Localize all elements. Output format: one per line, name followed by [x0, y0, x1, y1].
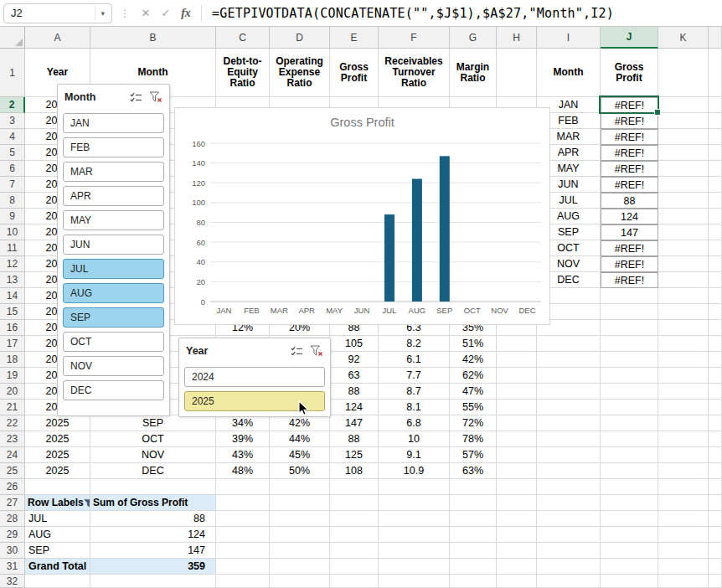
row-header-12[interactable]: 12: [0, 256, 25, 272]
cell-J15[interactable]: [601, 304, 658, 320]
cell-J4[interactable]: #REF!: [601, 129, 658, 145]
cell-K22[interactable]: [658, 415, 709, 431]
cell-I19[interactable]: [537, 368, 601, 384]
cell-E17[interactable]: 105: [330, 336, 379, 352]
cell-K9[interactable]: [658, 209, 709, 224]
cell-L32[interactable]: [709, 575, 722, 588]
cell-K12[interactable]: [658, 256, 709, 272]
cell-K4[interactable]: [658, 129, 709, 145]
cell-J23[interactable]: [601, 431, 658, 447]
cell-K11[interactable]: [658, 240, 709, 256]
cell-L15[interactable]: [709, 304, 722, 320]
cell-I20[interactable]: [537, 384, 601, 400]
cell-J10[interactable]: 147: [601, 224, 658, 240]
cell-E24[interactable]: 125: [330, 447, 379, 463]
cell-F20[interactable]: 8.7: [379, 384, 450, 400]
cell-L7[interactable]: [709, 177, 722, 193]
column-header-D[interactable]: D: [270, 27, 330, 49]
cell-C28[interactable]: [216, 511, 270, 527]
cell-J9[interactable]: 124: [601, 209, 658, 224]
cell-H30[interactable]: [497, 543, 537, 559]
cell-C29[interactable]: [216, 527, 270, 543]
cell-K24[interactable]: [658, 447, 709, 463]
column-header-C[interactable]: C: [216, 27, 270, 49]
name-box-dropdown-icon[interactable]: ▾: [95, 7, 105, 20]
column-header-F[interactable]: F: [379, 27, 450, 49]
cell-E23[interactable]: 88: [330, 431, 379, 447]
cell-G23[interactable]: 78%: [450, 431, 497, 447]
row-header-21[interactable]: 21: [0, 400, 25, 415]
cell-K6[interactable]: [658, 161, 709, 177]
cell-H27[interactable]: [497, 495, 537, 511]
cell-H18[interactable]: [497, 352, 537, 368]
row-header-28[interactable]: 28: [0, 511, 25, 527]
cell-A26[interactable]: [25, 479, 90, 495]
cell-I23[interactable]: [537, 431, 601, 447]
cell-K28[interactable]: [658, 511, 709, 527]
cell-D23[interactable]: 44%: [270, 431, 330, 447]
cell-L22[interactable]: [709, 415, 722, 431]
cell-F24[interactable]: 9.1: [379, 447, 450, 463]
cell-G19[interactable]: 62%: [450, 368, 497, 384]
cell-J32[interactable]: [601, 575, 658, 588]
month-slicer-item-apr[interactable]: APR: [63, 186, 164, 206]
formula-input[interactable]: =GETPIVOTDATA(CONCATENATE("",$J$1),$A$27…: [207, 6, 722, 21]
cell-G30[interactable]: [450, 543, 497, 559]
cell-F29[interactable]: [379, 527, 450, 543]
multi-select-icon[interactable]: [126, 89, 145, 106]
row-header-32[interactable]: 32: [0, 575, 25, 588]
cell-I31[interactable]: [537, 559, 601, 575]
select-all-button[interactable]: [0, 27, 25, 49]
row-header-4[interactable]: 4: [0, 129, 25, 145]
cell-F22[interactable]: 6.8: [379, 415, 450, 431]
cell-C23[interactable]: 39%: [216, 431, 270, 447]
cell-D31[interactable]: [270, 559, 330, 575]
cell-G22[interactable]: 72%: [450, 415, 497, 431]
cell-L9[interactable]: [709, 209, 722, 224]
cell-I26[interactable]: [537, 479, 601, 495]
column-header-B[interactable]: B: [90, 27, 216, 49]
cell-J28[interactable]: [601, 511, 658, 527]
row-header-8[interactable]: 8: [0, 193, 25, 209]
cell-L3[interactable]: [709, 113, 722, 129]
cell-C25[interactable]: 48%: [216, 463, 270, 479]
cell-I32[interactable]: [537, 575, 601, 588]
cell-E18[interactable]: 92: [330, 352, 379, 368]
cell-I17[interactable]: [537, 336, 601, 352]
row-header-19[interactable]: 19: [0, 368, 25, 384]
cell-J21[interactable]: [601, 400, 658, 415]
cell-C22[interactable]: 34%: [216, 415, 270, 431]
cell-J26[interactable]: [601, 479, 658, 495]
cell-F18[interactable]: 6.1: [379, 352, 450, 368]
cell-J1[interactable]: Gross Profit: [601, 49, 658, 97]
column-header-H[interactable]: H: [497, 27, 537, 49]
cell-L12[interactable]: [709, 256, 722, 272]
row-header-15[interactable]: 15: [0, 304, 25, 320]
cell-K20[interactable]: [658, 384, 709, 400]
cell-J8[interactable]: 88: [601, 193, 658, 209]
cell-I22[interactable]: [537, 415, 601, 431]
cell-F31[interactable]: [379, 559, 450, 575]
cell-L19[interactable]: [709, 368, 722, 384]
cell-C1[interactable]: Debt-to-Equity Ratio: [216, 49, 270, 97]
cell-A22[interactable]: 2025: [25, 415, 90, 431]
cell-L14[interactable]: [709, 288, 722, 304]
cell-L24[interactable]: [709, 447, 722, 463]
enter-icon[interactable]: ✓: [156, 7, 176, 19]
row-header-22[interactable]: 22: [0, 415, 25, 431]
cell-D26[interactable]: [270, 479, 330, 495]
row-header-3[interactable]: 3: [0, 113, 25, 129]
cell-A23[interactable]: 2025: [25, 431, 90, 447]
cell-J19[interactable]: [601, 368, 658, 384]
row-header-6[interactable]: 6: [0, 161, 25, 177]
cell-B25[interactable]: DEC: [90, 463, 216, 479]
cell-B29[interactable]: 124: [90, 527, 216, 543]
cell-K29[interactable]: [658, 527, 709, 543]
column-header-partial[interactable]: [709, 27, 722, 49]
cell-L13[interactable]: [709, 272, 722, 288]
cell-B23[interactable]: OCT: [90, 431, 216, 447]
cell-G17[interactable]: 51%: [450, 336, 497, 352]
cell-E32[interactable]: [330, 575, 379, 588]
cell-L26[interactable]: [709, 479, 722, 495]
cell-D30[interactable]: [270, 543, 330, 559]
